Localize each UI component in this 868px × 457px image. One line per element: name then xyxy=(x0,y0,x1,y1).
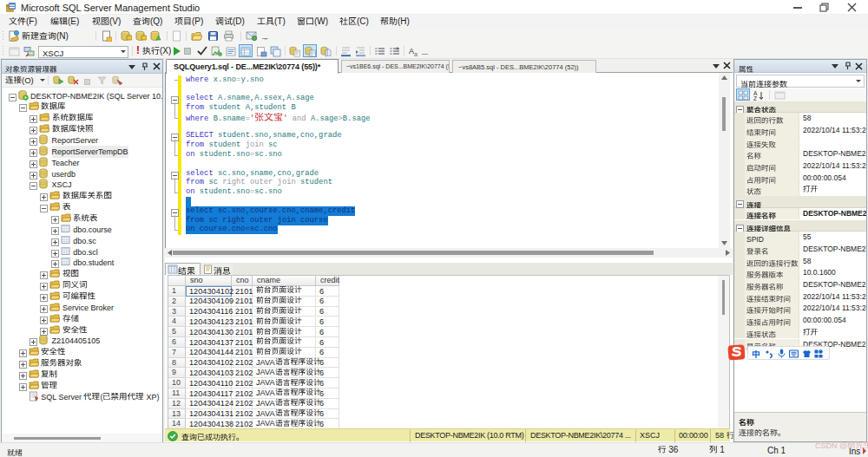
svg-text:Z: Z xyxy=(753,95,757,101)
svg-text:a: a xyxy=(414,51,418,57)
